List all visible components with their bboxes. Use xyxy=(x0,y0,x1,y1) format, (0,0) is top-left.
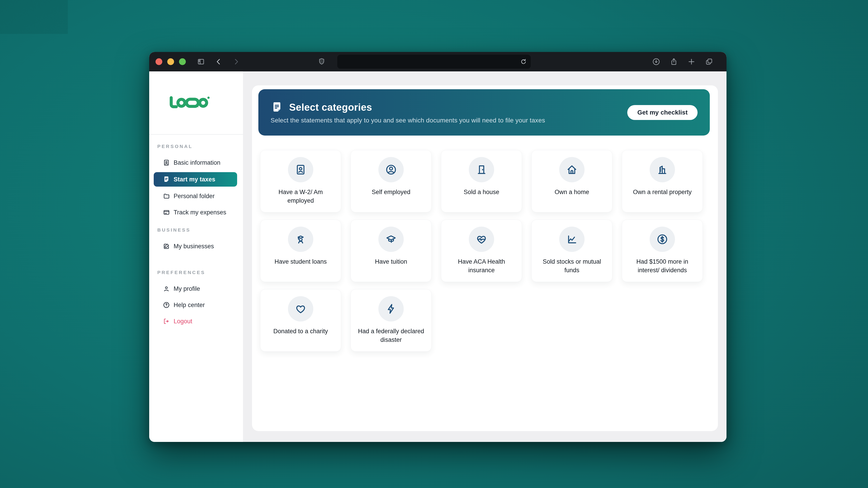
desktop-noise-texture xyxy=(0,0,68,34)
loqo-logo-icon xyxy=(168,95,214,110)
sidebar-item-track-my-expenses[interactable]: Track my expenses xyxy=(154,205,237,219)
downloads-icon[interactable] xyxy=(652,57,660,66)
user-circle-icon xyxy=(385,164,397,176)
sidebar-toggle-icon[interactable] xyxy=(197,57,205,66)
category-card-aca-health-insurance[interactable]: Have ACA Health insurance xyxy=(441,220,522,282)
main-content: Select categories Select the statements … xyxy=(243,71,726,442)
student-icon xyxy=(294,233,307,246)
browser-titlebar xyxy=(149,52,726,71)
back-icon[interactable] xyxy=(214,57,223,66)
address-bar[interactable] xyxy=(337,55,531,69)
sidebar-item-my-profile[interactable]: My profile xyxy=(154,282,237,295)
sidebar-item-start-my-taxes[interactable]: Start my taxes xyxy=(154,172,237,187)
category-icon-circle xyxy=(378,157,404,182)
section-label-personal: PERSONAL xyxy=(157,144,237,149)
category-icon-circle xyxy=(650,227,675,252)
category-card-self-employed[interactable]: Self employed xyxy=(350,150,432,213)
category-label: Donated to a charity xyxy=(267,327,335,335)
help-circle-icon xyxy=(163,301,170,308)
get-my-checklist-button[interactable]: Get my checklist xyxy=(627,105,698,120)
category-card-federally-declared-disaster[interactable]: Had a federally declared disaster xyxy=(350,289,432,352)
category-label: Had a federally declared disaster xyxy=(351,327,431,344)
folder-icon xyxy=(163,193,170,200)
sidebar-nav: PERSONAL Basic information Start my taxe… xyxy=(149,135,243,328)
section-label-business: BUSINESS xyxy=(157,227,237,233)
sidebar: PERSONAL Basic information Start my taxe… xyxy=(149,71,243,442)
category-icon-circle xyxy=(650,157,675,182)
dollar-circle-icon xyxy=(656,233,669,246)
category-card-own-a-home[interactable]: Own a home xyxy=(531,150,612,213)
sidebar-item-label: Basic information xyxy=(174,159,220,166)
new-tab-icon[interactable] xyxy=(687,57,696,66)
close-window-button[interactable] xyxy=(156,58,162,65)
category-icon-circle xyxy=(288,296,313,322)
category-card-sold-a-house[interactable]: Sold a house xyxy=(441,150,522,213)
sidebar-item-label: Start my taxes xyxy=(174,176,215,183)
category-card-sold-stocks-mutual-funds[interactable]: Sold stocks or mutual funds xyxy=(531,220,612,282)
category-label: Have a W-2/ Am employed xyxy=(260,188,341,205)
home-icon xyxy=(566,164,578,176)
sidebar-item-label: My profile xyxy=(174,285,200,292)
category-icon-circle xyxy=(559,157,585,182)
sidebar-item-label: Personal folder xyxy=(174,193,215,200)
sidebar-item-label: Track my expenses xyxy=(174,209,226,216)
shield-privacy-icon[interactable] xyxy=(317,57,326,66)
sidebar-item-logout[interactable]: Logout xyxy=(154,315,237,328)
zoom-window-button[interactable] xyxy=(179,58,186,65)
section-label-preferences: PREFERENCES xyxy=(157,270,237,275)
document-icon xyxy=(163,176,170,183)
category-label: Have tuition xyxy=(368,257,414,266)
sidebar-item-label: Help center xyxy=(174,302,205,308)
category-card-own-a-rental-property[interactable]: Own a rental property xyxy=(622,150,703,213)
sidebar-item-basic-information[interactable]: Basic information xyxy=(154,156,237,169)
tabs-overview-icon[interactable] xyxy=(705,57,713,66)
category-label: Sold stocks or mutual funds xyxy=(532,257,612,275)
building-icon xyxy=(656,164,669,176)
share-icon[interactable] xyxy=(670,57,678,66)
sidebar-item-label: Logout xyxy=(174,318,192,325)
content-panel: Select categories Select the statements … xyxy=(252,86,718,431)
refresh-icon[interactable] xyxy=(520,58,527,65)
user-icon xyxy=(163,285,170,292)
forward-icon[interactable] xyxy=(232,57,241,66)
heart-icon xyxy=(294,303,307,315)
category-icon-circle xyxy=(469,157,494,182)
category-label: Have student loans xyxy=(268,257,333,266)
category-icon-circle xyxy=(378,296,404,322)
sidebar-item-personal-folder[interactable]: Personal folder xyxy=(154,189,237,203)
select-categories-banner: Select categories Select the statements … xyxy=(258,89,710,135)
sidebar-item-label: My businesses xyxy=(174,243,214,250)
category-icon-circle xyxy=(378,227,404,252)
lightning-icon xyxy=(385,303,397,315)
minimize-window-button[interactable] xyxy=(167,58,174,65)
browser-window: PERSONAL Basic information Start my taxe… xyxy=(149,52,726,442)
category-icon-circle xyxy=(469,227,494,252)
category-label: Self employed xyxy=(365,188,417,196)
logo[interactable] xyxy=(149,71,243,134)
id-badge-icon xyxy=(163,159,170,166)
credit-card-icon xyxy=(163,209,170,216)
document-icon xyxy=(271,101,283,113)
category-label: Own a home xyxy=(548,188,596,196)
category-label: Have ACA Health insurance xyxy=(441,257,522,275)
category-card-interest-dividends[interactable]: Had $1500 more in interest/ dividends xyxy=(622,220,703,282)
line-chart-icon xyxy=(566,233,578,246)
category-card-have-student-loans[interactable]: Have student loans xyxy=(260,220,341,282)
sidebar-item-help-center[interactable]: Help center xyxy=(154,298,237,312)
category-icon-circle xyxy=(288,227,313,252)
category-card-w2-employed[interactable]: Have a W-2/ Am employed xyxy=(260,150,341,213)
sidebar-item-my-businesses[interactable]: My businesses xyxy=(154,239,237,253)
banner-subtitle: Select the statements that apply to you … xyxy=(271,117,545,124)
desktop: PERSONAL Basic information Start my taxe… xyxy=(0,0,868,488)
id-badge-icon xyxy=(294,164,307,176)
banner-title: Select categories xyxy=(289,102,372,113)
category-label: Had $1500 more in interest/ dividends xyxy=(622,257,703,275)
category-grid: Have a W-2/ Am employed Self employed So… xyxy=(260,150,710,352)
traffic-lights xyxy=(156,58,186,65)
door-icon xyxy=(475,164,488,176)
edit-square-icon xyxy=(163,242,170,250)
category-card-donated-to-charity[interactable]: Donated to a charity xyxy=(260,289,341,352)
category-card-have-tuition[interactable]: Have tuition xyxy=(350,220,432,282)
logout-icon xyxy=(163,318,170,325)
heart-pulse-icon xyxy=(475,233,488,246)
